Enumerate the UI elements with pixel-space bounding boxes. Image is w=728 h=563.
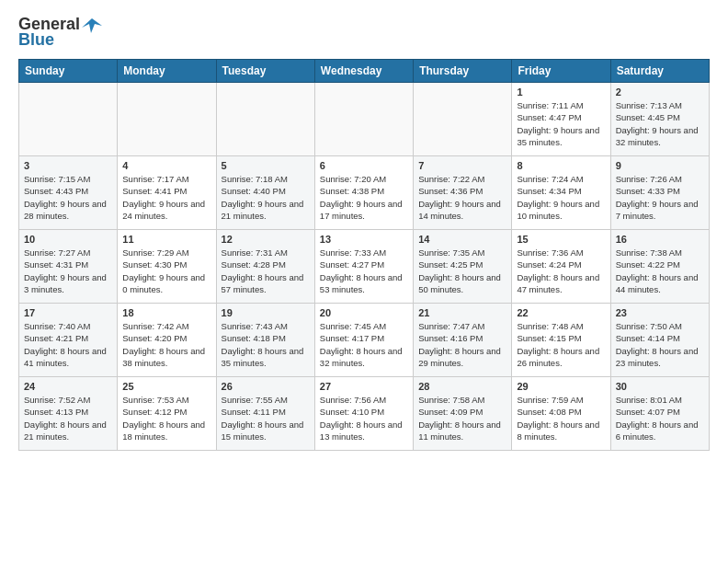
day-number: 23 xyxy=(616,307,704,318)
calendar-header: SundayMondayTuesdayWednesdayThursdayFrid… xyxy=(19,60,710,83)
calendar-day-5: 5Sunrise: 7:18 AM Sunset: 4:40 PM Daylig… xyxy=(216,156,314,230)
days-of-week-row: SundayMondayTuesdayWednesdayThursdayFrid… xyxy=(19,60,710,83)
day-info: Sunrise: 7:45 AM Sunset: 4:17 PM Dayligh… xyxy=(320,320,408,369)
day-info: Sunrise: 7:52 AM Sunset: 4:13 PM Dayligh… xyxy=(24,394,112,442)
day-info: Sunrise: 7:13 AM Sunset: 4:45 PM Dayligh… xyxy=(616,99,704,148)
day-number: 20 xyxy=(320,307,408,318)
day-info: Sunrise: 7:24 AM Sunset: 4:34 PM Dayligh… xyxy=(517,173,605,222)
calendar-day-11: 11Sunrise: 7:29 AM Sunset: 4:30 PM Dayli… xyxy=(118,230,216,304)
calendar-day-27: 27Sunrise: 7:56 AM Sunset: 4:10 PM Dayli… xyxy=(314,377,413,451)
calendar-day-empty xyxy=(314,83,413,156)
calendar-day-2: 2Sunrise: 7:13 AM Sunset: 4:45 PM Daylig… xyxy=(610,83,709,156)
day-number: 26 xyxy=(222,381,310,392)
day-info: Sunrise: 7:35 AM Sunset: 4:25 PM Dayligh… xyxy=(418,247,506,295)
day-number: 5 xyxy=(222,160,310,171)
day-number: 21 xyxy=(418,307,506,318)
calendar-day-18: 18Sunrise: 7:42 AM Sunset: 4:20 PM Dayli… xyxy=(118,304,216,377)
calendar-day-29: 29Sunrise: 7:59 AM Sunset: 4:08 PM Dayli… xyxy=(512,377,610,451)
day-number: 14 xyxy=(418,234,506,245)
calendar-day-28: 28Sunrise: 7:58 AM Sunset: 4:09 PM Dayli… xyxy=(414,377,512,451)
day-number: 2 xyxy=(616,86,704,98)
calendar-day-19: 19Sunrise: 7:43 AM Sunset: 4:18 PM Dayli… xyxy=(216,304,314,377)
calendar-day-3: 3Sunrise: 7:15 AM Sunset: 4:43 PM Daylig… xyxy=(19,156,118,230)
day-number: 22 xyxy=(517,307,605,318)
calendar-day-15: 15Sunrise: 7:36 AM Sunset: 4:24 PM Dayli… xyxy=(512,230,610,304)
day-number: 30 xyxy=(616,381,704,392)
day-number: 19 xyxy=(222,307,310,318)
day-number: 15 xyxy=(517,234,605,245)
day-info: Sunrise: 7:42 AM Sunset: 4:20 PM Dayligh… xyxy=(122,320,210,369)
day-number: 6 xyxy=(320,160,408,171)
day-number: 7 xyxy=(418,160,506,171)
logo-blue-text: Blue xyxy=(18,30,54,50)
day-info: Sunrise: 7:53 AM Sunset: 4:12 PM Dayligh… xyxy=(122,394,210,442)
calendar-table: SundayMondayTuesdayWednesdayThursdayFrid… xyxy=(18,59,710,451)
day-info: Sunrise: 7:18 AM Sunset: 4:40 PM Dayligh… xyxy=(222,173,310,222)
day-header-friday: Friday xyxy=(512,60,610,83)
calendar-week-4: 24Sunrise: 7:52 AM Sunset: 4:13 PM Dayli… xyxy=(19,377,710,451)
day-info: Sunrise: 7:50 AM Sunset: 4:14 PM Dayligh… xyxy=(616,320,704,369)
day-info: Sunrise: 7:26 AM Sunset: 4:33 PM Dayligh… xyxy=(616,173,704,222)
calendar-day-8: 8Sunrise: 7:24 AM Sunset: 4:34 PM Daylig… xyxy=(512,156,610,230)
day-header-thursday: Thursday xyxy=(414,60,512,83)
day-info: Sunrise: 7:48 AM Sunset: 4:15 PM Dayligh… xyxy=(517,320,605,369)
day-info: Sunrise: 7:58 AM Sunset: 4:09 PM Dayligh… xyxy=(418,394,506,442)
day-number: 3 xyxy=(24,160,112,171)
logo: General Blue xyxy=(18,15,102,50)
calendar-day-7: 7Sunrise: 7:22 AM Sunset: 4:36 PM Daylig… xyxy=(414,156,512,230)
calendar-day-22: 22Sunrise: 7:48 AM Sunset: 4:15 PM Dayli… xyxy=(512,304,610,377)
day-info: Sunrise: 7:36 AM Sunset: 4:24 PM Dayligh… xyxy=(517,247,605,295)
day-info: Sunrise: 7:33 AM Sunset: 4:27 PM Dayligh… xyxy=(320,247,408,295)
day-info: Sunrise: 7:17 AM Sunset: 4:41 PM Dayligh… xyxy=(122,173,210,222)
day-info: Sunrise: 7:40 AM Sunset: 4:21 PM Dayligh… xyxy=(24,320,112,369)
calendar-day-empty xyxy=(19,83,118,156)
day-info: Sunrise: 7:55 AM Sunset: 4:11 PM Dayligh… xyxy=(222,394,310,442)
day-header-saturday: Saturday xyxy=(610,60,709,83)
svg-marker-0 xyxy=(82,18,102,33)
day-info: Sunrise: 7:47 AM Sunset: 4:16 PM Dayligh… xyxy=(418,320,506,369)
calendar-week-1: 3Sunrise: 7:15 AM Sunset: 4:43 PM Daylig… xyxy=(19,156,710,230)
calendar-day-empty xyxy=(414,83,512,156)
calendar-week-2: 10Sunrise: 7:27 AM Sunset: 4:31 PM Dayli… xyxy=(19,230,710,304)
calendar-day-9: 9Sunrise: 7:26 AM Sunset: 4:33 PM Daylig… xyxy=(610,156,709,230)
calendar-day-1: 1Sunrise: 7:11 AM Sunset: 4:47 PM Daylig… xyxy=(512,83,610,156)
day-number: 1 xyxy=(517,86,605,98)
day-info: Sunrise: 8:01 AM Sunset: 4:07 PM Dayligh… xyxy=(616,394,704,442)
calendar-day-21: 21Sunrise: 7:47 AM Sunset: 4:16 PM Dayli… xyxy=(414,304,512,377)
calendar-day-12: 12Sunrise: 7:31 AM Sunset: 4:28 PM Dayli… xyxy=(216,230,314,304)
calendar-day-30: 30Sunrise: 8:01 AM Sunset: 4:07 PM Dayli… xyxy=(610,377,709,451)
page: General Blue SundayMondayTuesdayWednesda… xyxy=(0,0,728,469)
day-info: Sunrise: 7:22 AM Sunset: 4:36 PM Dayligh… xyxy=(418,173,506,222)
day-number: 12 xyxy=(222,234,310,245)
day-number: 13 xyxy=(320,234,408,245)
day-number: 16 xyxy=(616,234,704,245)
header: General Blue xyxy=(18,15,710,50)
calendar-day-25: 25Sunrise: 7:53 AM Sunset: 4:12 PM Dayli… xyxy=(118,377,216,451)
day-number: 27 xyxy=(320,381,408,392)
day-info: Sunrise: 7:27 AM Sunset: 4:31 PM Dayligh… xyxy=(24,247,112,295)
calendar-body: 1Sunrise: 7:11 AM Sunset: 4:47 PM Daylig… xyxy=(19,83,710,451)
calendar-day-10: 10Sunrise: 7:27 AM Sunset: 4:31 PM Dayli… xyxy=(19,230,118,304)
calendar-week-3: 17Sunrise: 7:40 AM Sunset: 4:21 PM Dayli… xyxy=(19,304,710,377)
calendar-day-26: 26Sunrise: 7:55 AM Sunset: 4:11 PM Dayli… xyxy=(216,377,314,451)
calendar-day-16: 16Sunrise: 7:38 AM Sunset: 4:22 PM Dayli… xyxy=(610,230,709,304)
day-info: Sunrise: 7:31 AM Sunset: 4:28 PM Dayligh… xyxy=(222,247,310,295)
calendar-day-empty xyxy=(216,83,314,156)
calendar-day-24: 24Sunrise: 7:52 AM Sunset: 4:13 PM Dayli… xyxy=(19,377,118,451)
day-number: 9 xyxy=(616,160,704,171)
day-info: Sunrise: 7:11 AM Sunset: 4:47 PM Dayligh… xyxy=(517,99,605,148)
calendar-day-4: 4Sunrise: 7:17 AM Sunset: 4:41 PM Daylig… xyxy=(118,156,216,230)
day-header-tuesday: Tuesday xyxy=(216,60,314,83)
day-header-sunday: Sunday xyxy=(19,60,118,83)
day-info: Sunrise: 7:20 AM Sunset: 4:38 PM Dayligh… xyxy=(320,173,408,222)
calendar-day-13: 13Sunrise: 7:33 AM Sunset: 4:27 PM Dayli… xyxy=(314,230,413,304)
day-info: Sunrise: 7:59 AM Sunset: 4:08 PM Dayligh… xyxy=(517,394,605,442)
day-number: 18 xyxy=(122,307,210,318)
day-number: 24 xyxy=(24,381,112,392)
calendar-day-6: 6Sunrise: 7:20 AM Sunset: 4:38 PM Daylig… xyxy=(314,156,413,230)
day-header-monday: Monday xyxy=(118,60,216,83)
day-number: 28 xyxy=(418,381,506,392)
day-number: 10 xyxy=(24,234,112,245)
day-info: Sunrise: 7:43 AM Sunset: 4:18 PM Dayligh… xyxy=(222,320,310,369)
day-number: 8 xyxy=(517,160,605,171)
